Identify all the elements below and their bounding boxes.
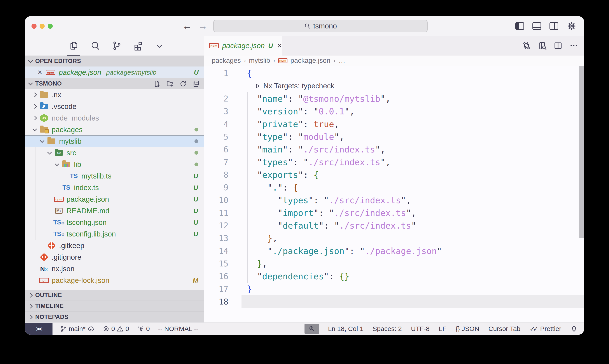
source-control-icon[interactable] — [112, 36, 122, 56]
code-line-6[interactable]: 6 "main": "./src/index.ts", — [204, 143, 584, 156]
back-icon[interactable]: ← — [182, 21, 192, 31]
code-line-13[interactable]: 13 }, — [204, 232, 584, 245]
code-line-8[interactable]: 8 "exports": { — [204, 169, 584, 181]
minimize-window-button[interactable] — [39, 24, 45, 29]
git-branch-item[interactable]: main* — [60, 325, 94, 333]
code-line-4[interactable]: 4 "private": true, — [204, 118, 584, 130]
line-number[interactable]: 16 — [204, 272, 237, 281]
toggle-secondary-sidebar-icon[interactable] — [549, 22, 558, 30]
line-number[interactable]: 9 — [204, 183, 237, 192]
code-line-18[interactable]: 18 — [204, 295, 584, 308]
tree-item--vscode[interactable]: .vscode — [25, 101, 204, 112]
code-line-10[interactable]: 10 "types": "./src/index.ts", — [204, 194, 584, 207]
line-number[interactable]: 15 — [204, 259, 237, 268]
refresh-icon[interactable] — [179, 80, 187, 88]
tree-item--gitkeep[interactable]: .gitkeep — [25, 240, 204, 251]
search-activity-icon[interactable] — [90, 36, 100, 56]
breadcrumb-symbol[interactable]: … — [339, 57, 345, 65]
code-editor[interactable]: 1{Nx Targets: typecheck2 "name": "@tsmon… — [204, 66, 584, 323]
code-line-16[interactable]: 16 "dependencies": {} — [204, 270, 584, 283]
tree-item-mytslib-ts[interactable]: TSmytslib.tsU — [25, 170, 204, 182]
line-number[interactable]: 3 — [204, 107, 237, 116]
outline-section-header[interactable]: OUTLINE — [25, 290, 204, 300]
tab-package-json[interactable]: npm package.json U × — [204, 36, 282, 56]
tree-item-tsconfig-lib-json[interactable]: TStsconfig.lib.jsonU — [25, 228, 204, 240]
line-number[interactable]: 11 — [204, 208, 237, 218]
remote-indicator[interactable]: >< — [25, 323, 52, 335]
new-file-icon[interactable] — [153, 80, 161, 88]
more-views-chevron-icon[interactable] — [155, 36, 165, 56]
close-window-button[interactable] — [31, 24, 37, 29]
encoding-item[interactable]: UTF-8 — [411, 325, 430, 333]
line-number[interactable]: 12 — [204, 221, 237, 230]
code-line-17[interactable]: 17} — [204, 283, 584, 295]
explorer-section-header[interactable]: TSMONO — [25, 78, 204, 89]
breadcrumb-packages[interactable]: packages — [212, 57, 241, 65]
line-number[interactable]: 2 — [204, 94, 237, 104]
line-number[interactable]: 13 — [204, 234, 237, 243]
breadcrumb-mytslib[interactable]: mytslib — [249, 57, 270, 65]
breadcrumb-file[interactable]: package.json — [290, 57, 331, 65]
search-editor-icon[interactable] — [538, 41, 547, 50]
tree-item--nx[interactable]: .nx — [25, 89, 204, 101]
line-number[interactable]: 4 — [204, 119, 237, 129]
line-number[interactable]: 17 — [204, 284, 237, 294]
line-number[interactable]: 5 — [204, 132, 237, 142]
tree-item-package-json[interactable]: npmpackage.jsonU — [25, 193, 204, 205]
tree-item-tsconfig-json[interactable]: TStsconfig.jsonU — [25, 217, 204, 228]
tree-item--gitignore[interactable]: .gitignore — [25, 251, 204, 263]
line-number[interactable]: 10 — [204, 195, 237, 205]
code-line-1[interactable]: 1{ — [204, 67, 584, 80]
language-mode-item[interactable]: {}JSON — [456, 325, 479, 333]
code-line-3[interactable]: 3 "version": "0.0.1", — [204, 105, 584, 118]
cursor-position-item[interactable]: Ln 18, Col 1 — [328, 325, 363, 333]
tree-item-readme-md[interactable]: M↓README.mdU — [25, 205, 204, 217]
tree-item-src[interactable]: src — [25, 147, 204, 159]
toggle-primary-sidebar-icon[interactable] — [515, 22, 524, 30]
line-number[interactable]: 6 — [204, 145, 237, 154]
explorer-files-icon[interactable] — [69, 36, 79, 56]
line-number[interactable]: 7 — [204, 157, 237, 167]
open-editors-header[interactable]: OPEN EDITORS — [25, 56, 204, 66]
line-number[interactable]: 14 — [204, 246, 237, 256]
code-line-9[interactable]: 9 ".": { — [204, 181, 584, 194]
forward-icon[interactable]: → — [198, 21, 207, 31]
collapse-all-icon[interactable] — [193, 80, 200, 88]
tree-item-mytslib[interactable]: mytslib — [25, 135, 204, 147]
code-line-11[interactable]: 11 "import": "./src/index.ts", — [204, 207, 584, 219]
open-editor-item[interactable]: × npm package.json packages/mytslib U — [25, 66, 204, 78]
code-line-2[interactable]: 2 "name": "@tsmono/mytslib", — [204, 92, 584, 105]
new-folder-icon[interactable] — [166, 80, 174, 88]
notepads-section-header[interactable]: NOTEPADS — [25, 312, 204, 323]
codelens-nx-targets[interactable]: Nx Targets: typecheck — [204, 80, 584, 92]
tree-item-node-modules[interactable]: JSnode_modules — [25, 112, 204, 124]
eol-item[interactable]: LF — [439, 325, 446, 333]
code-line-5[interactable]: 5 "type": "module", — [204, 130, 584, 143]
tree-item-index-ts[interactable]: TSindex.tsU — [25, 182, 204, 193]
more-actions-icon[interactable] — [569, 41, 578, 50]
indentation-item[interactable]: Spaces: 2 — [373, 325, 402, 333]
ports-item[interactable]: 0 — [137, 325, 150, 333]
cursor-tab-item[interactable]: Cursor Tab — [489, 325, 520, 333]
code-line-12[interactable]: 12 "default": "./src/index.ts" — [204, 219, 584, 232]
extensions-icon[interactable] — [133, 36, 143, 56]
tree-item-lib[interactable]: lib — [25, 159, 204, 170]
tree-item-packages[interactable]: packages — [25, 124, 204, 135]
split-editor-icon[interactable] — [553, 41, 563, 50]
code-line-7[interactable]: 7 "types": "./src/index.ts", — [204, 156, 584, 169]
timeline-section-header[interactable]: TIMELINE — [25, 300, 204, 312]
settings-gear-icon[interactable] — [567, 21, 577, 31]
close-tab-icon[interactable]: × — [277, 41, 282, 50]
close-editor-icon[interactable]: × — [38, 68, 42, 76]
line-number[interactable]: 8 — [204, 170, 237, 180]
zoom-button[interactable] — [305, 324, 319, 334]
tree-item-nx-json[interactable]: Nnx.json — [25, 263, 204, 274]
problems-item[interactable]: 0 0 — [103, 325, 129, 333]
command-center-search[interactable]: tsmono — [213, 20, 428, 32]
toggle-panel-icon[interactable] — [532, 22, 541, 30]
vim-mode-indicator[interactable]: -- NORMAL -- — [158, 325, 198, 333]
notifications-bell-icon[interactable] — [570, 325, 578, 332]
line-number[interactable]: 18 — [204, 297, 237, 306]
code-line-15[interactable]: 15 }, — [204, 257, 584, 270]
line-number[interactable]: 1 — [204, 69, 237, 78]
